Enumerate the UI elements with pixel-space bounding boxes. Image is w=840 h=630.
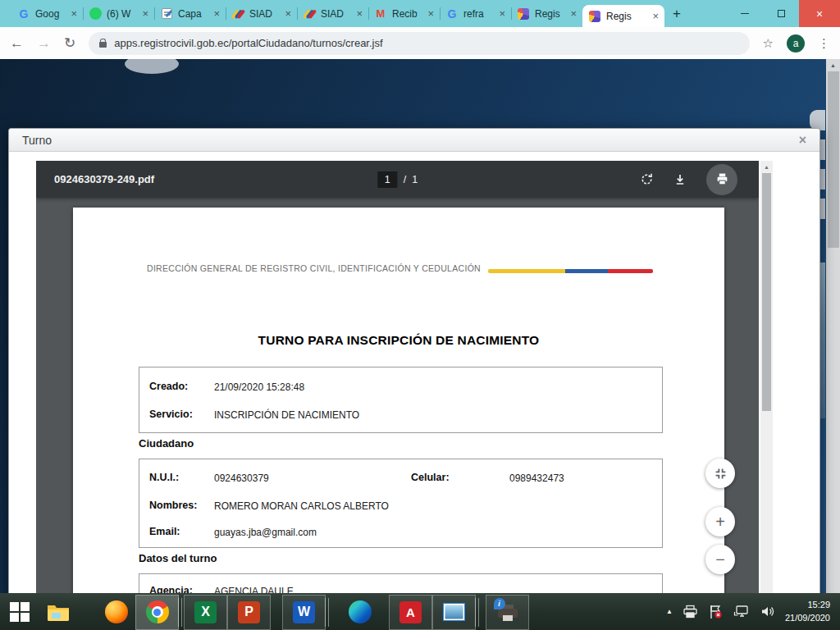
close-window-button[interactable]: ×: [799, 0, 840, 27]
tab-label: Goog: [35, 8, 66, 20]
acrobat-button[interactable]: A: [389, 595, 432, 630]
chrome-taskbar-button[interactable]: [135, 595, 179, 630]
tab-close-icon[interactable]: ×: [499, 7, 505, 20]
window-controls: ×: [727, 0, 840, 27]
bookmark-star-icon[interactable]: ☆: [763, 36, 774, 51]
modal-header: Turno ×: [9, 129, 819, 152]
address-bar[interactable]: apps.registrocivil.gob.ec/portalCiudadan…: [89, 32, 749, 55]
zoom-in-button[interactable]: +: [705, 507, 735, 536]
file-explorer-icon: [47, 602, 70, 622]
page-scrollbar-thumb[interactable]: [828, 71, 839, 248]
tab-label: Regis: [606, 11, 647, 22]
forward-icon[interactable]: →: [37, 36, 51, 50]
rotate-icon[interactable]: [640, 172, 654, 186]
zoom-out-icon: −: [715, 550, 725, 569]
windows-logo-icon: [10, 602, 30, 622]
reload-icon[interactable]: ↻: [64, 36, 75, 50]
tab-label: Regis: [535, 8, 565, 20]
start-button[interactable]: [0, 593, 39, 630]
photos-button[interactable]: [432, 595, 476, 630]
ecuador-flag-bar: [488, 269, 653, 273]
photos-icon: [443, 603, 465, 621]
modal-close-icon[interactable]: ×: [799, 134, 806, 147]
tab-close-icon[interactable]: ×: [570, 7, 577, 20]
tab-close-icon[interactable]: ×: [71, 7, 77, 20]
fit-page-button[interactable]: [705, 459, 735, 488]
scroll-up-icon[interactable]: ▲: [826, 59, 840, 71]
tab-close-icon[interactable]: ×: [652, 10, 659, 22]
document-title: TURNO PARA INSCRIPCIÓN DE NACIMIENTO: [73, 333, 724, 348]
volume-icon[interactable]: [760, 605, 775, 619]
tray-expand-icon[interactable]: ▲: [666, 608, 673, 615]
print-icon[interactable]: [706, 164, 737, 195]
pdf-scrollbar[interactable]: ▲ ▼: [760, 161, 773, 593]
tab-close-icon[interactable]: ×: [427, 7, 434, 20]
taskbar-clock[interactable]: 15:29 21/09/2020: [785, 599, 830, 625]
pdf-toolbar: 0924630379-249.pdf 1 / 1: [36, 161, 759, 198]
file-explorer-button[interactable]: [39, 593, 77, 630]
firefox-icon: [105, 600, 128, 623]
tab-label: Capa: [178, 8, 208, 20]
document-letterhead: DIRECCIÓN GENERAL DE REGISTRO CIVIL, IDE…: [147, 263, 481, 273]
tab-registro-civil-active[interactable]: Regis ×: [582, 5, 664, 27]
minimize-icon: [741, 13, 749, 15]
nui-label: N.U.I.:: [149, 472, 179, 483]
powerpoint-icon: P: [238, 601, 260, 623]
page-separator: /: [404, 174, 406, 185]
scroll-up-icon[interactable]: ▲: [760, 161, 773, 172]
tab-label: (6) W: [107, 8, 137, 20]
powerpoint-button[interactable]: P: [227, 595, 271, 630]
pdf-document-page: DIRECCIÓN GENERAL DE REGISTRO CIVIL, IDE…: [73, 208, 724, 593]
acrobat-icon: A: [399, 601, 422, 623]
lock-icon: [99, 42, 107, 48]
page-scrollbar[interactable]: ▲: [826, 59, 840, 593]
pdf-page-counter: 1 / 1: [377, 171, 418, 188]
tab-close-icon[interactable]: ×: [142, 7, 148, 20]
edge-button[interactable]: [340, 593, 379, 630]
tab-gmail[interactable]: M Recib ×: [368, 0, 440, 27]
pdf-current-page[interactable]: 1: [377, 171, 398, 188]
minimize-button[interactable]: [727, 0, 763, 27]
network-icon[interactable]: [733, 605, 750, 619]
google-favicon: G: [445, 7, 459, 21]
word-icon: W: [293, 601, 315, 623]
tab-refranes[interactable]: G refra ×: [440, 0, 511, 27]
download-icon[interactable]: [673, 173, 687, 186]
browser-menu-icon[interactable]: ⋮: [818, 36, 830, 51]
pdf-scrollbar-thumb[interactable]: [762, 173, 771, 411]
agency-label: Agencia:: [149, 585, 193, 593]
tab-registro-civil-1[interactable]: Regis ×: [511, 0, 582, 27]
new-tab-button[interactable]: +: [664, 0, 689, 27]
action-center-flag-icon[interactable]: [708, 605, 724, 619]
nui-value: 0924630379: [214, 472, 269, 484]
gmail-favicon: M: [374, 7, 387, 21]
tab-label: refra: [463, 8, 494, 20]
tab-close-icon[interactable]: ×: [213, 7, 220, 20]
tab-close-icon[interactable]: ×: [356, 7, 363, 20]
registro-civil-favicon: [518, 8, 529, 20]
printer-queue-button[interactable]: i: [486, 595, 529, 630]
excel-button[interactable]: X: [184, 595, 227, 630]
clock-time: 15:29: [785, 599, 830, 612]
tab-whatsapp[interactable]: (6) W ×: [83, 0, 154, 27]
url-text[interactable]: apps.registrocivil.gob.ec/portalCiudadan…: [114, 37, 382, 49]
email-label: Email:: [149, 526, 180, 537]
restore-button[interactable]: [763, 0, 799, 27]
registro-civil-favicon: [589, 11, 600, 22]
tab-google[interactable]: G Goog ×: [11, 0, 83, 27]
tab-siad-1[interactable]: SIAD ×: [226, 0, 297, 27]
tab-close-icon[interactable]: ×: [285, 7, 291, 20]
word-button[interactable]: W: [282, 595, 326, 630]
firefox-button[interactable]: [97, 593, 135, 630]
back-icon[interactable]: ←: [10, 36, 24, 50]
tab-label: SIAD: [249, 8, 280, 20]
tab-capa[interactable]: Capa ×: [154, 0, 226, 27]
browser-tab-strip: G Goog × (6) W × Capa × SIAD × SIAD × M …: [0, 0, 840, 27]
tray-printer-icon[interactable]: [682, 605, 698, 619]
tab-siad-2[interactable]: SIAD ×: [297, 0, 368, 27]
profile-avatar[interactable]: a: [787, 34, 805, 52]
modal-title: Turno: [22, 134, 52, 147]
turno-modal: Turno × 0924630379-249.pdf 1 / 1: [8, 128, 820, 593]
zoom-out-button[interactable]: −: [705, 545, 735, 574]
chrome-icon: [146, 600, 169, 623]
